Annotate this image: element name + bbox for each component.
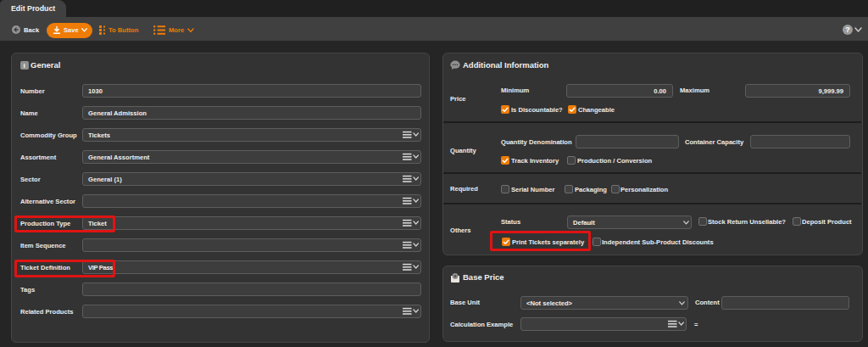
svg-text:?: ? [845, 25, 850, 34]
